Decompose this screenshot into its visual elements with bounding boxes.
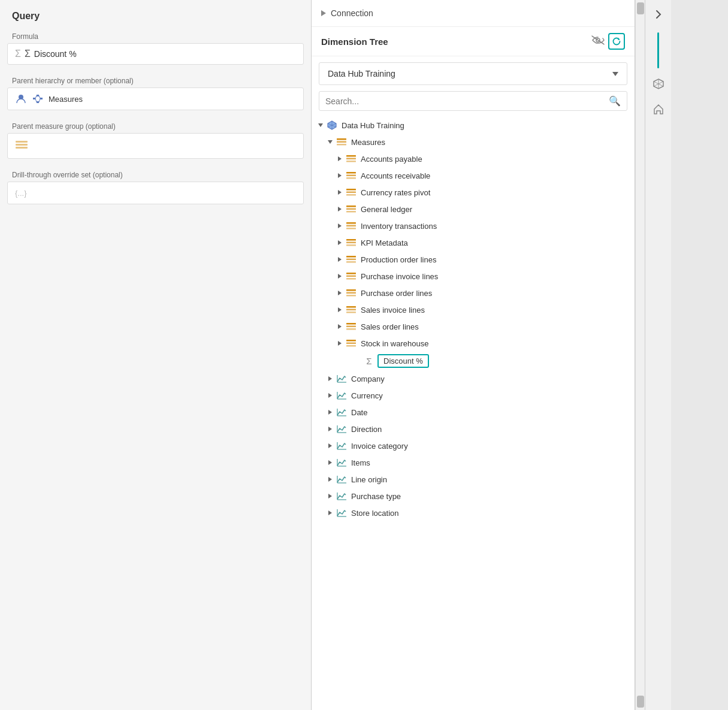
svg-rect-34 [346,225,356,227]
dimension-tree-title: Dimension Tree [321,37,388,47]
search-input[interactable] [325,96,609,106]
database-dropdown[interactable]: Data Hub Training [319,62,627,85]
measure-group-icon-purchase-invoice-lines [345,270,357,282]
tree-item-general-ledger[interactable]: General ledger [312,201,635,217]
svg-rect-42 [346,273,356,274]
svg-rect-20 [337,144,346,146]
dimension-icon-line-origin [336,473,348,485]
tree-item-purchase-order-lines[interactable]: Purchase order lines [312,285,635,301]
svg-rect-41 [346,261,356,263]
parent-hierarchy-box[interactable]: Measures [7,87,304,110]
tree-label-items: Items [351,458,370,467]
svg-rect-48 [346,306,356,308]
tree-label-purchase-order-lines: Purchase order lines [361,289,432,298]
measure-group-icon-kpi-metadata [345,237,357,249]
tree-item-direction[interactable]: Direction [312,421,635,437]
svg-rect-47 [346,295,356,297]
svg-rect-29 [346,194,356,196]
right-sidebar [645,0,671,710]
database-name: Data Hub Training [328,69,395,78]
svg-rect-56 [346,345,356,347]
dimension-icon-direction [336,423,348,435]
measure-group-icon-purchase-order-lines [345,287,357,299]
svg-line-13 [593,37,603,44]
svg-rect-30 [346,206,356,207]
tree-label-currency: Currency [351,391,383,400]
tree-item-accounts-receivable[interactable]: Accounts receivable [312,167,635,184]
formula-sigma: Σ [25,49,31,59]
measure-group-icon-measures [336,136,348,148]
svg-rect-27 [346,189,356,191]
tree-label-accounts-receivable: Accounts receivable [361,171,430,180]
scroll-thumb-bottom[interactable] [637,696,644,708]
tree-item-sales-invoice-lines[interactable]: Sales invoice lines [312,301,635,318]
formula-prefix-sigma: Σ [15,49,21,59]
connection-expand-arrow[interactable] [321,10,326,16]
measure-group-icon-accounts-receivable [345,170,357,182]
svg-rect-24 [346,172,356,174]
tree-item-items[interactable]: Items [312,454,635,471]
tree-item-production-order-lines[interactable]: Production order lines [312,251,635,268]
tree-item-invoice-category[interactable]: Invoice category [312,437,635,454]
eye-slash-icon[interactable] [591,35,605,47]
header-icons [591,33,625,50]
svg-rect-35 [346,228,356,229]
parent-measure-group-box[interactable] [7,133,304,159]
tree-item-discount-pct[interactable]: Σ Discount % [312,352,635,370]
expand-sidebar-button[interactable] [649,5,668,24]
expand-arrow-stock-in-warehouse [336,339,344,348]
expand-arrow-accounts-payable [336,155,344,163]
home-sidebar-button[interactable] [649,99,668,119]
formula-box[interactable]: Σ Σ Discount % [7,43,304,65]
svg-rect-33 [346,222,356,224]
dimension-icon-invoice-category [336,440,348,452]
scrollbar[interactable] [635,0,645,710]
tree-item-stock-in-warehouse[interactable]: Stock in warehouse [312,335,635,352]
svg-rect-11 [16,147,28,149]
measure-group-icon-general-ledger [345,203,357,215]
tree-label-currency-rates-pivot: Currency rates pivot [361,188,430,197]
scroll-thumb-top[interactable] [637,2,644,14]
tree-item-currency-rates-pivot[interactable]: Currency rates pivot [312,184,635,201]
tree-label-sales-invoice-lines: Sales invoice lines [361,306,425,315]
drill-through-box[interactable]: {...} [7,182,304,204]
tree-item-purchase-type[interactable]: Purchase type [312,488,635,504]
cube-sidebar-button[interactable] [649,74,668,93]
expand-arrow-currency-rates-pivot [336,188,344,197]
tree-item-purchase-invoice-lines[interactable]: Purchase invoice lines [312,268,635,285]
expand-arrow-invoice-category [326,442,334,450]
tree-label-date: Date [351,408,367,417]
tree-item-currency[interactable]: Currency [312,387,635,404]
tree-item-company[interactable]: Company [312,370,635,387]
svg-rect-44 [346,278,356,280]
tree-item-accounts-payable[interactable]: Accounts payable [312,150,635,167]
svg-rect-53 [346,328,356,330]
dimension-icon-purchase-type [336,490,348,502]
tree-item-sales-order-lines[interactable]: Sales order lines [312,318,635,335]
tree-item-store-location[interactable]: Store location [312,504,635,521]
svg-rect-2 [37,95,39,96]
search-box[interactable]: 🔍 [319,91,627,111]
svg-rect-54 [346,340,356,342]
svg-rect-3 [37,101,39,103]
svg-rect-9 [16,141,28,143]
tree-item-line-origin[interactable]: Line origin [312,471,635,488]
tree-item-kpi-metadata[interactable]: KPI Metadata [312,234,635,251]
parent-hierarchy-label: Parent hierarchy or member (optional) [0,72,311,87]
expand-arrow-currency [326,391,334,400]
tree-item-measures[interactable]: Measures [312,134,635,150]
refresh-button[interactable] [608,33,625,50]
tree-label-production-order-lines: Production order lines [361,255,436,264]
svg-rect-50 [346,312,356,313]
svg-line-7 [39,96,40,99]
left-panel: Query Formula Σ Σ Discount % Parent hier… [0,0,312,710]
expand-arrow-purchase-type [326,492,334,500]
tree-item-date[interactable]: Date [312,404,635,421]
tree-item-root[interactable]: Data Hub Training [312,117,635,134]
tree-label-store-location: Store location [351,509,399,518]
expand-arrow-inventory-transactions [336,222,344,230]
measure-group-icon-sales-invoice-lines [345,304,357,316]
svg-line-8 [39,99,40,102]
tree-item-inventory-transactions[interactable]: Inventory transactions [312,217,635,234]
measure-group-icon-production-order-lines [345,253,357,265]
